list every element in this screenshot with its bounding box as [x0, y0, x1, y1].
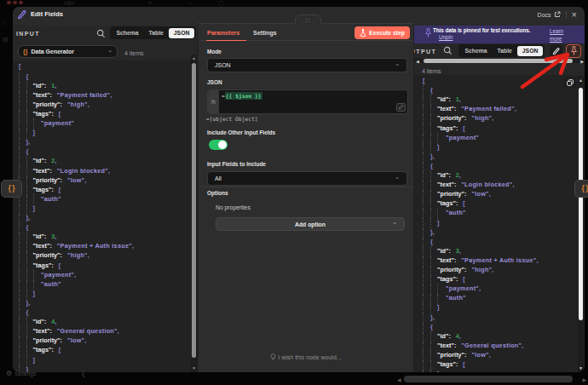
bg-plus-icon: + [148, 0, 152, 6]
json-token: "payment", [41, 271, 76, 279]
json-token: [ [59, 110, 61, 118]
json-token: [ [59, 346, 61, 353]
tab-schema[interactable]: Schema [460, 46, 493, 56]
learn-more-link[interactable]: Learnmore [550, 27, 563, 43]
scrollbar-thumb[interactable] [404, 376, 573, 382]
node-wish-link[interactable]: I wish this node would... [199, 353, 413, 360]
json-token: [ [463, 199, 464, 207]
scrollbar-thumb[interactable] [579, 88, 583, 320]
bg-dot [7, 1, 11, 4]
execute-step-button[interactable]: Execute step [355, 26, 410, 39]
chevron-down-icon: ⌄ [395, 174, 400, 181]
pin-icon [424, 28, 432, 38]
input-header-row: INPUT Schema Table JSON [13, 26, 198, 46]
docs-link[interactable]: Docs [538, 11, 561, 18]
json-token: { [26, 308, 29, 316]
json-token: "text": [33, 242, 52, 250]
scroll-left-icon[interactable]: ◀ [416, 59, 419, 64]
json-token: "priority": [33, 101, 63, 108]
json-token: "id": [33, 82, 47, 89]
input-node-badge[interactable]: {} [1, 180, 22, 198]
expand-editor-icon[interactable]: ⤢ [396, 103, 406, 112]
json-token: ] [33, 290, 35, 297]
scroll-up-icon[interactable]: ▲ [190, 55, 198, 60]
panel-drag-handle[interactable] [295, 14, 322, 24]
header-divider [566, 11, 567, 19]
include-other-toggle[interactable] [209, 140, 228, 150]
mode-select[interactable]: JSON ⌄ [207, 58, 407, 72]
tab-parameters[interactable]: Parameters [207, 30, 239, 36]
flask-icon [360, 29, 366, 37]
learn-more-line1: Learn [550, 28, 563, 34]
json-expression-editor[interactable]: fx ={{ $json }} ⤢ [207, 89, 408, 114]
chevron-down-icon: ⌄ [107, 47, 112, 54]
json-token: , [536, 256, 538, 264]
unpin-link[interactable]: Unpin [439, 34, 453, 40]
tab-table[interactable]: Table [144, 28, 169, 38]
search-icon[interactable] [443, 46, 453, 55]
execute-step-label: Execute step [369, 30, 405, 36]
json-token: "text": [437, 342, 456, 349]
toggle-knob [218, 141, 227, 149]
json-token: "Payment + Auth issue" [57, 242, 132, 250]
json-token: "low" [472, 351, 489, 359]
page-horizontal-scrollbar[interactable]: ◀ ▶ [392, 375, 588, 384]
json-token: "id": [437, 95, 451, 103]
pencil-node-icon [17, 9, 26, 19]
scrollbar-thumb[interactable] [192, 63, 196, 358]
tab-schema[interactable]: Schema [112, 28, 144, 38]
input-json-view[interactable]: [{"id":1,"text":"Payment failed","priori… [13, 60, 198, 372]
json-token: "tags": [33, 110, 54, 118]
close-icon[interactable]: × [572, 10, 577, 19]
output-panel-label: OUTPUT [414, 49, 436, 55]
json-token: "text": [437, 181, 456, 188]
json-token: "low" [472, 190, 489, 198]
no-properties-text: No properties [216, 204, 251, 210]
output-node-badge[interactable]: {} [574, 180, 588, 198]
json-token: ] [437, 370, 439, 372]
json-token: "auth" [41, 195, 61, 203]
json-token: [ [423, 77, 424, 84]
output-items-count: 4 items [422, 68, 441, 74]
input-display-tabs: Schema Table JSON [110, 26, 196, 39]
json-token: , [108, 167, 110, 175]
json-token: "id": [437, 171, 451, 179]
expression-result-hint: =[object Object] [206, 116, 258, 122]
json-token: "priority": [33, 251, 63, 259]
indent-guide [423, 369, 424, 372]
json-token: { [26, 147, 29, 155]
output-json-view[interactable]: [{"id":1,"text":"Payment failed","priori… [414, 75, 585, 372]
input-scrollbar[interactable]: ▲ ▼ [190, 55, 198, 372]
lightbulb-icon [270, 353, 276, 360]
json-token: "tags": [437, 275, 458, 283]
add-option-button[interactable]: Add option ⌄ [216, 217, 405, 231]
expression-fx-icon: fx [208, 90, 219, 113]
scroll-right-icon[interactable]: ▶ [582, 376, 586, 382]
json-token: "priority": [437, 114, 467, 122]
expression-text[interactable]: ={{ $json }} [222, 93, 262, 99]
bg-circle-icon: ○ [188, 0, 192, 6]
json-token: "Payment failed" [57, 91, 110, 99]
options-divider [199, 187, 413, 187]
input-items-count: 4 items [124, 50, 144, 56]
json-token: , [489, 351, 491, 359]
scroll-down-icon[interactable]: ▼ [190, 365, 198, 371]
json-token: "text": [437, 105, 456, 112]
tab-json[interactable]: JSON [169, 28, 195, 38]
json-token: "tags": [437, 360, 458, 368]
chevron-down-icon: ⌄ [392, 219, 397, 226]
json-token: , [492, 266, 493, 273]
scroll-down-icon[interactable]: ▼ [577, 365, 585, 371]
input-fields-select[interactable]: All ⌄ [207, 171, 407, 186]
output-scrollbar[interactable]: ▲ ▼ [577, 77, 585, 372]
search-icon[interactable] [96, 29, 106, 38]
tab-settings[interactable]: Settings [253, 30, 277, 36]
json-token: , [132, 242, 134, 250]
json-token: { [26, 72, 29, 80]
json-token: , [55, 233, 56, 240]
scroll-left-icon[interactable]: ◀ [397, 376, 401, 382]
json-token: "text": [33, 327, 52, 335]
annotation-arrow [511, 44, 588, 95]
json-token: ] [33, 129, 35, 136]
input-node-select[interactable]: {} Data Generator ⌄ [18, 45, 118, 58]
